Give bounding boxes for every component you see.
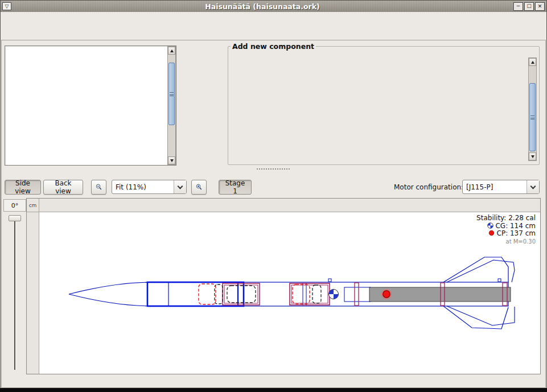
rotation-display: 0° — [3, 199, 26, 212]
screen-edge — [0, 388, 547, 392]
arrow-down-icon — [170, 159, 174, 162]
scroll-down-button[interactable] — [529, 152, 536, 160]
grip-icon — [530, 115, 534, 119]
rotation-slider-track[interactable] — [14, 216, 16, 370]
cp-value: CP: 137 cm — [497, 229, 536, 237]
scrollbar-thumb[interactable] — [529, 83, 536, 151]
rocket-figure — [39, 212, 540, 374]
splitter-handle[interactable] — [256, 168, 290, 170]
motor-config-select[interactable]: [J115-P] — [462, 180, 540, 194]
cg-icon — [487, 222, 493, 229]
add-component-panel: Add new component — [228, 42, 540, 165]
window-menu-icon[interactable]: ▽ — [2, 2, 11, 10]
menu-bar — [1, 12, 546, 24]
magnifier-plus-icon — [195, 182, 203, 192]
zoom-in-button[interactable] — [191, 180, 207, 195]
scroll-up-button[interactable] — [529, 58, 536, 66]
motor-config-value: [J115-P] — [463, 183, 527, 191]
zoom-level-value: Fit (11%) — [112, 183, 174, 191]
window-title: Haisunäätä (haisunaata.ork) — [11, 2, 513, 11]
rocket-figure-panel: cm — [26, 198, 541, 374]
stability-value: Stability: 2.28 cal — [476, 214, 536, 222]
grip-icon — [170, 92, 174, 96]
rotation-slider-handle[interactable] — [9, 215, 21, 221]
minimize-icon: ─ — [517, 3, 520, 9]
motor-config-label: Motor configuration: — [394, 183, 463, 191]
close-icon: ✕ — [538, 3, 542, 9]
ruler-unit-label: cm — [27, 199, 39, 212]
component-scrollbar[interactable] — [528, 57, 537, 161]
window-controls: ─☐✕ — [513, 2, 545, 11]
cg-marker — [329, 290, 339, 299]
tree-scrollbar[interactable] — [167, 46, 176, 165]
arrow-up-icon — [531, 61, 534, 64]
tab-bar — [1, 24, 546, 40]
back-view-button[interactable]: Back view — [43, 180, 83, 195]
scroll-up-button[interactable] — [168, 47, 175, 55]
component-tree — [5, 46, 167, 165]
rocket-canvas[interactable]: Stability: 2.28 cal CG: 114 cm CP: 137 c… — [39, 212, 540, 374]
maximize-button[interactable]: ☐ — [524, 2, 534, 11]
cp-icon — [488, 230, 495, 236]
zoom-out-button[interactable] — [91, 180, 106, 195]
add-component-title: Add new component — [231, 42, 316, 51]
arrow-down-icon — [531, 155, 534, 158]
horizontal-ruler — [39, 199, 540, 212]
chevron-down-icon — [174, 180, 186, 193]
cg-value: CG: 114 cm — [495, 222, 536, 230]
side-view-button[interactable]: Side view — [5, 180, 41, 195]
stability-info: Stability: 2.28 cal CG: 114 cm CP: 137 c… — [476, 214, 536, 245]
app-window: ▽ Haisunäätä (haisunaata.ork) ─☐✕ Add ne… — [0, 0, 547, 392]
mach-note: at M=0.30 — [476, 238, 536, 246]
minimize-button[interactable]: ─ — [513, 2, 523, 11]
vertical-ruler — [27, 212, 39, 374]
title-bar[interactable]: ▽ Haisunäätä (haisunaata.ork) ─☐✕ — [1, 1, 546, 12]
component-tree-panel — [5, 46, 176, 166]
chevron-down-icon — [527, 180, 539, 193]
close-button[interactable]: ✕ — [535, 2, 545, 11]
scroll-down-button[interactable] — [168, 156, 175, 164]
scrollbar-thumb[interactable] — [168, 63, 175, 125]
maximize-icon: ☐ — [527, 3, 531, 9]
zoom-level-select[interactable]: Fit (11%) — [112, 180, 187, 194]
stage-1-toggle[interactable]: Stage 1 — [219, 180, 252, 195]
cp-marker — [382, 290, 392, 299]
magnifier-minus-icon — [95, 182, 102, 192]
arrow-up-icon — [170, 49, 174, 52]
